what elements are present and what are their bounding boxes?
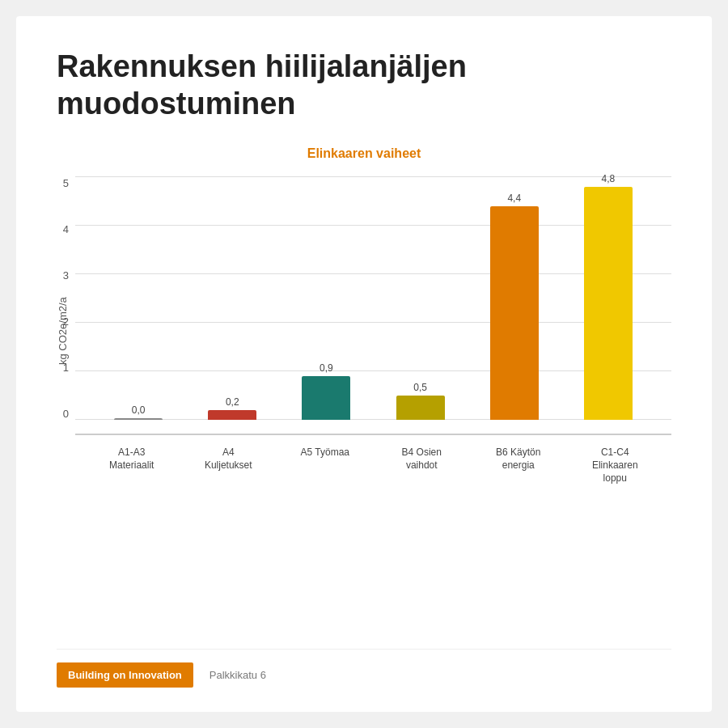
y-tick: 4 <box>44 223 72 235</box>
chart-container: Elinkaaren vaiheet kg CO2e/m2/a 0123450,… <box>57 146 671 633</box>
x-label-a1a3: A1-A3Materiaalit <box>83 442 180 485</box>
bar-value-label: 0,0 <box>132 404 146 416</box>
x-label-b4: B4 Osienvaihdot <box>374 442 471 485</box>
main-card: Rakennuksen hiilijalanjäljen muodostumin… <box>16 16 712 712</box>
footer-address: Palkkikatu 6 <box>210 669 266 681</box>
y-tick: 0 <box>44 408 72 420</box>
y-ticks: 012345 <box>44 177 72 420</box>
bar-a1a3 <box>114 418 163 420</box>
x-label-a4: A4Kuljetukset <box>180 442 277 485</box>
page-title: Rakennuksen hiilijalanjäljen muodostumin… <box>57 49 671 122</box>
bar-c1c4 <box>584 187 633 420</box>
bar-value-label: 0,5 <box>413 382 427 393</box>
bar-group-a5: 0,9 <box>279 362 373 420</box>
grid-and-bars: 0123450,00,20,90,54,44,8 <box>75 177 671 420</box>
bar-group-c1c4: 4,8 <box>561 173 655 420</box>
bar-value-label: 0,2 <box>226 396 239 408</box>
y-tick: 3 <box>44 269 72 281</box>
bar-group-b6: 4,4 <box>468 193 561 420</box>
bar-value-label: 0,9 <box>320 362 333 374</box>
bar-b4 <box>396 396 445 420</box>
bar-b6 <box>490 206 539 420</box>
chart-inner: 0123450,00,20,90,54,44,8 A1-A3Materiaali… <box>75 177 671 485</box>
x-axis-labels: A1-A3MateriaalitA4KuljetuksetA5 TyömaaB4… <box>75 435 671 485</box>
bar-value-label: 4,4 <box>507 193 521 204</box>
brand-badge: Building on Innovation <box>57 662 193 688</box>
bar-value-label: 4,8 <box>602 173 616 184</box>
chart-area: kg CO2e/m2/a 0123450,00,20,90,54,44,8 A1… <box>57 177 671 485</box>
x-label-c1c4: C1-C4Elinkaarenloppu <box>567 442 664 485</box>
bar-group-b4: 0,5 <box>374 382 468 420</box>
footer: Building on Innovation Palkkikatu 6 <box>57 649 671 688</box>
bars-and-grid: 0123450,00,20,90,54,44,8 <box>75 177 671 434</box>
chart-subtitle: Elinkaaren vaiheet <box>307 146 421 161</box>
x-label-b6: B6 Käytönenergia <box>470 442 567 485</box>
bars-row: 0,00,20,90,54,44,8 <box>75 177 671 420</box>
y-tick: 2 <box>44 315 72 328</box>
y-tick: 5 <box>44 177 72 189</box>
bar-group-a1a3: 0,0 <box>91 404 185 420</box>
bar-group-a4: 0,2 <box>185 396 279 420</box>
bar-a5 <box>302 376 350 420</box>
x-label-a5: A5 Työmaa <box>277 442 374 485</box>
y-tick: 1 <box>44 362 72 374</box>
bar-a4 <box>208 410 256 420</box>
